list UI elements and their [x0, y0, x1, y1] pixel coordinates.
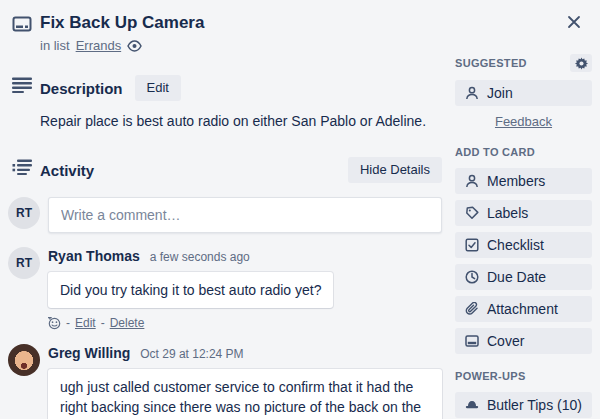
- butler-hat-icon: [465, 399, 479, 411]
- attachment-label: Attachment: [487, 301, 558, 317]
- cover-icon: [465, 335, 479, 347]
- members-button[interactable]: Members: [455, 168, 592, 194]
- power-ups-heading: POWER-UPS: [455, 368, 592, 384]
- tag-icon: [465, 206, 479, 220]
- activity-section: Activity Hide Details: [12, 157, 442, 183]
- hide-details-button[interactable]: Hide Details: [348, 157, 442, 183]
- description-heading: Description: [40, 80, 123, 97]
- checklist-label: Checklist: [487, 237, 544, 253]
- checklist-icon: [465, 238, 479, 252]
- due-date-button[interactable]: Due Date: [455, 264, 592, 290]
- comment-text: ugh just called customer service to conf…: [48, 369, 442, 419]
- gear-icon[interactable]: [570, 54, 592, 72]
- comment-compose-row: RT: [12, 197, 442, 233]
- person-icon: [465, 86, 479, 100]
- attachment-button[interactable]: Attachment: [455, 296, 592, 322]
- members-label: Members: [487, 173, 545, 189]
- card-sidebar: SUGGESTED Join Feedback ADD TO CARD Memb…: [455, 54, 592, 419]
- cover-button[interactable]: Cover: [455, 328, 592, 354]
- action-separator: -: [101, 316, 105, 330]
- comment-timestamp: a few seconds ago: [150, 250, 250, 264]
- comment-ryan-thomas: RT Ryan Thomas a few seconds ago Did you…: [12, 247, 442, 330]
- list-link[interactable]: Errands: [76, 38, 122, 53]
- paperclip-icon: [465, 302, 479, 316]
- labels-button[interactable]: Labels: [455, 200, 592, 226]
- card-header: Fix Back Up Camera in list Errands: [12, 12, 442, 53]
- due-date-label: Due Date: [487, 269, 546, 285]
- clock-icon: [465, 270, 479, 284]
- description-icon: [12, 75, 40, 93]
- checklist-button[interactable]: Checklist: [455, 232, 592, 258]
- activity-icon: [12, 157, 40, 175]
- comment-text: Did you try taking it to best auto radio…: [48, 272, 333, 308]
- edit-comment-link[interactable]: Edit: [75, 316, 96, 330]
- comment-author[interactable]: Ryan Thomas: [48, 248, 140, 264]
- butler-tips-label: Butler Tips (10): [487, 397, 582, 413]
- card-list-subtitle: in list Errands: [40, 38, 442, 53]
- description-section: Description Edit Repair place is best au…: [12, 75, 442, 131]
- avatar: RT: [8, 197, 40, 229]
- comment-greg-willing: Greg Willing Oct 29 at 12:24 PM ugh just…: [12, 344, 442, 419]
- butler-tips-button[interactable]: Butler Tips (10): [455, 392, 592, 418]
- labels-label: Labels: [487, 205, 528, 221]
- add-to-card-heading: ADD TO CARD: [455, 144, 592, 160]
- close-icon[interactable]: [560, 8, 588, 36]
- avatar-photo: [8, 344, 40, 376]
- join-button[interactable]: Join: [455, 80, 592, 106]
- join-label: Join: [487, 85, 513, 101]
- in-list-label: in list: [40, 38, 70, 53]
- suggested-heading: SUGGESTED: [455, 55, 527, 71]
- action-separator: -: [66, 316, 70, 330]
- page-title: Fix Back Up Camera: [40, 12, 442, 34]
- activity-heading: Activity: [40, 162, 94, 179]
- delete-comment-link[interactable]: Delete: [110, 316, 145, 330]
- add-reaction-icon[interactable]: [48, 317, 61, 330]
- description-text: Repair place is best auto radio on eithe…: [40, 111, 442, 131]
- card-detail-main: Fix Back Up Camera in list Errands Descr…: [12, 12, 442, 419]
- comment-author[interactable]: Greg Willing: [48, 345, 130, 361]
- comment-input[interactable]: [48, 197, 442, 233]
- cover-label: Cover: [487, 333, 524, 349]
- comment-timestamp: Oct 29 at 12:24 PM: [140, 347, 243, 361]
- feedback-link[interactable]: Feedback: [495, 114, 552, 129]
- avatar: RT: [8, 247, 40, 279]
- watch-eye-icon: [127, 40, 142, 52]
- person-icon: [465, 174, 479, 188]
- card-icon: [12, 12, 40, 34]
- edit-description-button[interactable]: Edit: [135, 75, 181, 101]
